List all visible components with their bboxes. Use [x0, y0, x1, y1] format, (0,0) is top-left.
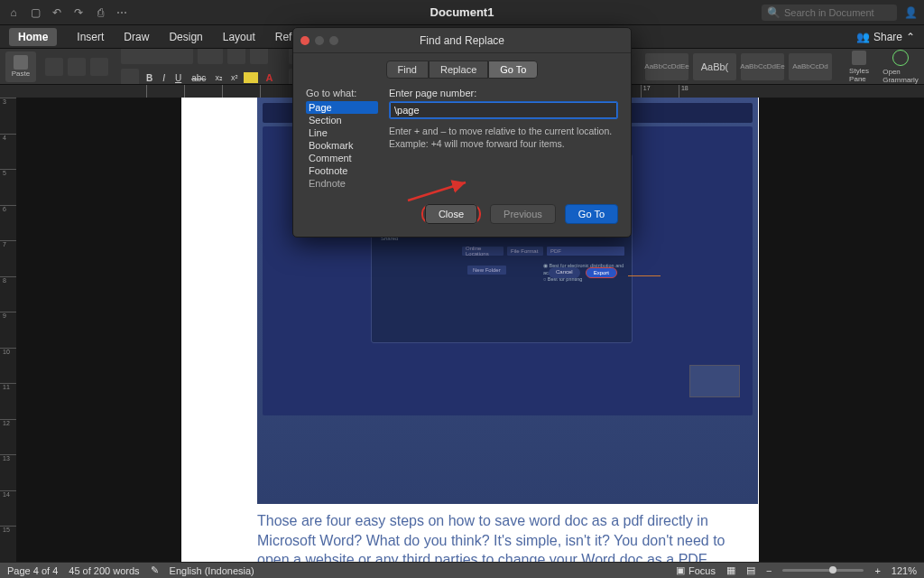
- goto-button[interactable]: Go To: [565, 204, 618, 224]
- view-web-icon[interactable]: ▤: [746, 564, 755, 576]
- style-emphasis[interactable]: AaBbCcDd: [789, 53, 832, 80]
- goto-item-comment[interactable]: Comment: [306, 152, 378, 164]
- grow-font[interactable]: [227, 49, 245, 64]
- tab-layout[interactable]: Layout: [223, 31, 255, 43]
- clear-format[interactable]: [121, 69, 139, 85]
- tab-replace[interactable]: Replace: [429, 61, 488, 79]
- font-dropdown[interactable]: [121, 49, 193, 64]
- search-icon: 🔍: [767, 6, 781, 19]
- vertical-ruler[interactable]: 34567 89101112 131415: [0, 98, 16, 562]
- strike-button[interactable]: abc: [189, 73, 208, 83]
- italic-button[interactable]: I: [160, 73, 168, 83]
- file-format-value: PDF: [547, 247, 624, 256]
- status-words[interactable]: 45 of 200 words: [69, 565, 139, 576]
- embedded-cancel: Cancel: [549, 267, 580, 278]
- status-page[interactable]: Page 4 of 4: [7, 565, 58, 576]
- file-format-label: File Format: [507, 247, 543, 256]
- goto-item-line[interactable]: Line: [306, 126, 378, 139]
- goto-item-bookmark[interactable]: Bookmark: [306, 139, 378, 152]
- page-number-label: Enter page number:: [389, 88, 618, 98]
- tab-draw[interactable]: Draw: [124, 31, 149, 43]
- zoom-out[interactable]: −: [766, 565, 772, 576]
- document-text[interactable]: Those are four easy steps on how to save…: [257, 506, 758, 562]
- undo-icon[interactable]: ↶: [51, 6, 63, 19]
- subscript-button[interactable]: x₂: [213, 73, 225, 82]
- status-spellcheck-icon[interactable]: ✎: [151, 564, 159, 576]
- tab-goto[interactable]: Go To: [488, 61, 538, 79]
- bold-button[interactable]: B: [143, 73, 155, 83]
- tab-design[interactable]: Design: [169, 31, 202, 43]
- focus-mode[interactable]: ▣ Focus: [676, 564, 716, 576]
- goto-item-page[interactable]: Page: [306, 101, 378, 114]
- status-bar: Page 4 of 4 45 of 200 words ✎ English (I…: [0, 562, 924, 578]
- goto-what-label: Go to what:: [306, 88, 378, 98]
- search-box[interactable]: 🔍: [762, 5, 897, 21]
- copy-button[interactable]: [68, 58, 86, 76]
- page-number-input[interactable]: [389, 101, 618, 119]
- underline-button[interactable]: U: [172, 73, 184, 83]
- online-locations: Online Locations: [462, 247, 504, 256]
- style-normal[interactable]: AaBbCcDdEe: [645, 53, 688, 80]
- view-print-icon[interactable]: ▦: [726, 564, 735, 576]
- title-bar: ⌂ ▢ ↶ ↷ ⎙ ⋯ Document1 🔍 👤: [0, 0, 924, 25]
- tab-find[interactable]: Find: [386, 61, 429, 79]
- zoom-slider[interactable]: [782, 569, 864, 572]
- print-icon[interactable]: ⎙: [94, 6, 106, 19]
- paste-button[interactable]: Paste: [5, 51, 36, 82]
- chevron-up-icon[interactable]: ⌃: [906, 31, 915, 43]
- minimize-window-icon[interactable]: [315, 36, 324, 45]
- redo-icon[interactable]: ↷: [72, 6, 85, 19]
- zoom-in[interactable]: +: [874, 565, 880, 576]
- superscript-button[interactable]: x²: [229, 73, 240, 82]
- find-replace-dialog: Find and Replace Find Replace Go To Go t…: [292, 27, 632, 238]
- close-button[interactable]: Close: [425, 204, 477, 224]
- highlight-button[interactable]: [244, 72, 258, 83]
- goto-hint: Enter + and – to move relative to the cu…: [389, 125, 618, 150]
- previous-button: Previous: [490, 204, 556, 224]
- font-size[interactable]: [198, 49, 223, 64]
- goto-item-endnote[interactable]: Endnote: [306, 177, 378, 190]
- format-painter-button[interactable]: [90, 58, 108, 76]
- grammarly-button[interactable]: Open Grammarly: [882, 50, 919, 84]
- more-icon[interactable]: ⋯: [116, 6, 128, 19]
- share-icon: 👥: [856, 31, 870, 43]
- goto-item-footnote[interactable]: Footnote: [306, 164, 378, 177]
- save-icon[interactable]: ▢: [29, 6, 42, 19]
- close-window-icon[interactable]: [300, 36, 310, 45]
- zoom-window-icon[interactable]: [329, 36, 338, 45]
- tab-home[interactable]: Home: [9, 28, 57, 46]
- styles-pane-button[interactable]: Styles Pane: [841, 51, 877, 83]
- search-input[interactable]: [784, 7, 892, 18]
- cut-button[interactable]: [45, 58, 63, 76]
- dialog-title: Find and Replace: [420, 34, 504, 47]
- style-heading1[interactable]: AaBb(: [693, 53, 736, 80]
- font-color-button[interactable]: A: [263, 72, 275, 83]
- shrink-font[interactable]: [250, 49, 268, 64]
- tab-insert[interactable]: Insert: [77, 31, 104, 43]
- zoom-level[interactable]: 121%: [892, 565, 917, 576]
- home-icon[interactable]: ⌂: [7, 6, 20, 19]
- style-heading2[interactable]: AaBbCcDdEe: [741, 53, 784, 80]
- document-title: Document1: [430, 5, 494, 19]
- goto-item-section[interactable]: Section: [306, 114, 378, 126]
- account-icon[interactable]: 👤: [904, 6, 917, 19]
- share-button[interactable]: 👥 Share ⌃: [856, 31, 915, 43]
- embedded-export: Export: [586, 267, 617, 278]
- status-language[interactable]: English (Indonesia): [170, 565, 254, 576]
